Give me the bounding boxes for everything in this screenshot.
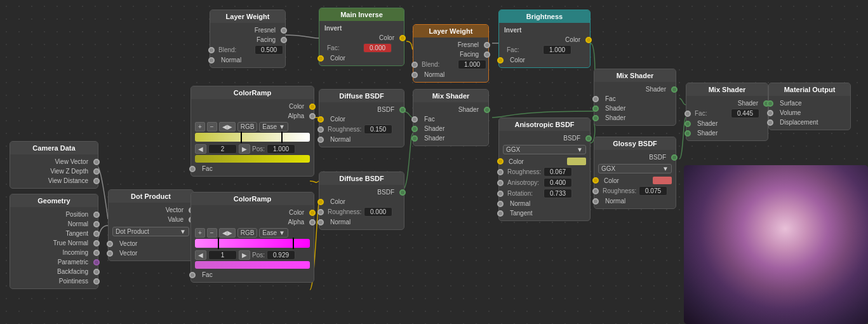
cr2-fac-row: Fac xyxy=(195,270,310,280)
ab-tangent-socket xyxy=(497,210,504,217)
ms2-shader-in2: Shader xyxy=(598,113,672,123)
br-color-in: Color xyxy=(503,55,586,65)
ms2-shader-in1-socket xyxy=(592,105,599,112)
cr1-remove-btn[interactable]: − xyxy=(207,122,217,132)
pointiness-row: Pointiness xyxy=(14,276,94,286)
ms3-shader-in1: Shader xyxy=(690,119,764,128)
layer-weight-1-node: Layer Weight Fresnel Facing Blend: 0.500… xyxy=(210,10,286,68)
view-vector-socket xyxy=(93,159,100,165)
lw1-facing-row: Facing xyxy=(214,35,281,44)
ms1-shader-in1: Shader xyxy=(417,124,484,133)
ab-roughness-socket xyxy=(497,169,504,175)
view-vector-row: View Vector xyxy=(14,157,94,166)
ms1-fac-in: Fac xyxy=(417,114,484,124)
cr1-right-btn[interactable]: ▶ xyxy=(239,144,250,154)
db2-color-in: Color xyxy=(323,197,400,206)
pointiness-socket xyxy=(93,278,100,285)
position-row: Position xyxy=(14,210,94,219)
cr1-pos-controls: ◀ 2 ▶ Pos: 1.000 xyxy=(195,144,310,154)
cr1-rgb-select[interactable]: RGB xyxy=(237,122,258,132)
mix-shader-1-node: Mix Shader Shader Fac Shader Shader xyxy=(413,89,489,146)
db2-normal-in: Normal xyxy=(323,217,400,227)
cr1-controls: + − ◀▶ RGB Ease ▼ xyxy=(195,122,310,132)
mi-fac-row: Fac: 0.000 xyxy=(323,43,400,53)
br-fac-row: Fac: 1.000 xyxy=(503,44,586,55)
ms3-fac-socket xyxy=(684,111,691,117)
mi-fac-value: 0.000 xyxy=(363,43,392,53)
parametric-row: Parametric xyxy=(14,257,94,267)
lw2-normal-row: Normal xyxy=(417,70,484,79)
ms1-shader-out-socket xyxy=(484,107,490,113)
cr2-right-btn[interactable]: ▶ xyxy=(239,250,250,260)
cr1-fac-socket xyxy=(189,166,196,172)
dot-product-dropdown[interactable]: Dot Product ▼ xyxy=(112,227,189,236)
color-ramp-1-node: ColorRamp Color Alpha + − ◀▶ RGB Ease ▼ … xyxy=(190,86,314,177)
db1-roughness-row: Roughness: 0.150 xyxy=(323,124,400,135)
material-output-header: Material Output xyxy=(769,83,850,96)
normal-socket xyxy=(93,221,100,227)
anisotropic-bsdf-header: Anisotropic BSDF xyxy=(499,118,590,131)
dot-vector-out-row: Vector xyxy=(112,205,189,215)
mix-shader-1-header: Mix Shader xyxy=(413,90,488,102)
cr2-left-btn[interactable]: ◀ xyxy=(195,250,206,260)
mix-shader-2-header: Mix Shader xyxy=(594,69,676,82)
cr1-stop-num: 2 xyxy=(208,144,237,154)
dot-value-out-row: Value xyxy=(112,215,189,224)
mo-volume-socket xyxy=(767,110,773,116)
ab-tangent-row: Tangent xyxy=(503,208,586,218)
view-distance-row: View Distance xyxy=(14,176,94,186)
ms3-shader-in1-socket xyxy=(684,121,691,127)
gb-ggx-dropdown[interactable]: GGX ▼ xyxy=(598,164,672,173)
gb-color-row: Color xyxy=(598,175,672,186)
backfacing-socket xyxy=(93,269,100,275)
lw1-blend-row: Blend: 0.500 xyxy=(214,44,281,55)
normal-row: Normal xyxy=(14,219,94,229)
true-normal-row: True Normal xyxy=(14,238,94,248)
dot-vector-in1-socket xyxy=(107,241,113,247)
color-ramp-2-header: ColorRamp xyxy=(191,192,314,205)
cr2-stop-num: 1 xyxy=(208,250,237,260)
lw2-blend-in-socket xyxy=(411,62,418,68)
lw2-normal-socket xyxy=(411,72,418,78)
cr2-pos-controls: ◀ 1 ▶ Pos: 0.929 xyxy=(195,250,310,260)
lw2-facing-row: Facing xyxy=(417,50,484,59)
main-inverse-node: Main Inverse Invert Color Fac: 0.000 Col… xyxy=(319,8,404,66)
mi-invert-label: Invert xyxy=(323,24,400,33)
ms3-fac-value: 0.445 xyxy=(731,109,759,118)
db1-color-in: Color xyxy=(323,114,400,124)
ab-roughness-value: 0.067 xyxy=(544,167,572,177)
cr2-add-btn[interactable]: + xyxy=(195,228,205,238)
db1-bsdf-out: BSDF xyxy=(323,105,400,114)
cr1-arrows-btn[interactable]: ◀▶ xyxy=(219,122,236,132)
ab-ggx-dropdown[interactable]: GGX ▼ xyxy=(503,145,586,154)
cr2-pos-value: 0.929 xyxy=(267,250,295,260)
brightness-node: Brightness Invert Color Fac: 1.000 Color xyxy=(498,10,591,68)
material-output-node: Material Output Surface Volume Displacem… xyxy=(768,83,851,130)
cr1-left-btn[interactable]: ◀ xyxy=(195,144,206,154)
ms2-shader-out-socket xyxy=(671,86,678,93)
ms3-shader-in2-socket xyxy=(684,130,691,137)
glossy-bsdf-header: Glossy BSDF xyxy=(594,137,676,150)
cr2-arrows-btn[interactable]: ◀▶ xyxy=(219,228,236,238)
cr2-rgb-select[interactable]: RGB xyxy=(237,228,258,238)
cr2-remove-btn[interactable]: − xyxy=(207,228,217,238)
ms2-shader-out: Shader xyxy=(598,84,672,94)
lw2-blend-value: 1.000 xyxy=(458,60,486,69)
ms3-fac-row: Fac: 0.445 xyxy=(690,108,764,119)
diffuse-bsdf-2-node: Diffuse BSDF BSDF Color Roughness: 0.000… xyxy=(319,172,404,230)
position-socket xyxy=(93,212,100,218)
ms3-shader-out: Shader xyxy=(690,98,764,108)
ab-normal-row: Normal xyxy=(503,199,586,208)
layer-weight-1-header: Layer Weight xyxy=(210,10,285,23)
lw1-blend-in-socket xyxy=(208,47,215,53)
db1-bsdf-socket xyxy=(399,107,406,113)
ms1-shader-in2: Shader xyxy=(417,133,484,143)
cr2-ease-select[interactable]: Ease ▼ xyxy=(259,228,288,238)
true-normal-socket xyxy=(93,240,100,246)
gb-roughness-socket xyxy=(592,188,599,194)
parametric-socket xyxy=(93,259,100,266)
cr1-add-btn[interactable]: + xyxy=(195,122,205,132)
ab-bsdf-out: BSDF xyxy=(503,133,586,143)
cr1-ease-select[interactable]: Ease ▼ xyxy=(259,122,288,132)
dot-product-node: Dot Product Vector Value Dot Product ▼ V… xyxy=(108,189,194,261)
